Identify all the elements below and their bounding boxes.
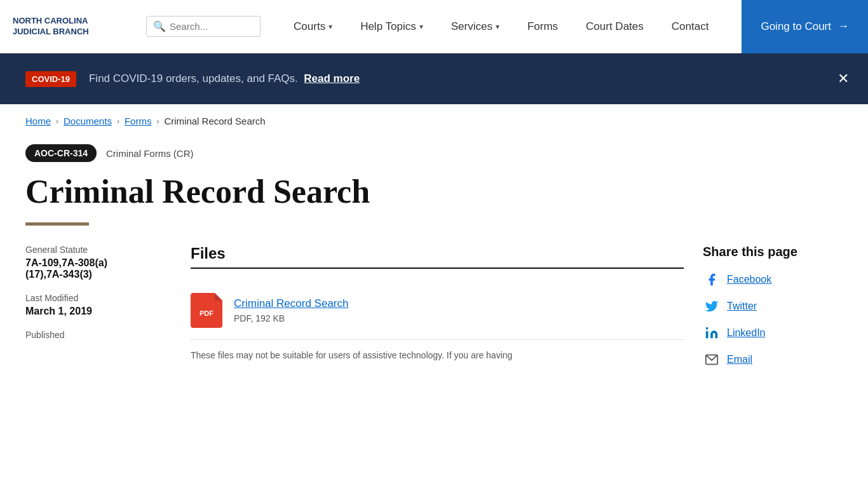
pdf-icon: PDF — [191, 293, 222, 328]
nav-item-contact[interactable]: Contact — [658, 0, 723, 53]
breadcrumb-forms[interactable]: Forms — [125, 116, 152, 126]
share-section: Share this page Facebook — [703, 245, 843, 369]
nav-item-forms[interactable]: Forms — [513, 0, 572, 53]
form-category: Criminal Forms (CR) — [106, 148, 194, 159]
main-nav: Courts ▾ Help Topics ▾ Services ▾ Forms … — [261, 0, 742, 53]
files-section: Files PDF Criminal Record Search PDF, 19… — [191, 245, 684, 369]
site-header: NORTH CAROLINA JUDICIAL BRANCH 🔍 Courts … — [0, 0, 868, 53]
logo-line1: NORTH CAROLINA — [13, 16, 89, 27]
share-linkedin[interactable]: LinkedIn — [703, 324, 843, 342]
main-content: AOC-CR-314 Criminal Forms (CR) Criminal … — [0, 138, 868, 394]
files-divider — [191, 268, 684, 269]
files-heading: Files — [191, 245, 684, 262]
breadcrumb-home[interactable]: Home — [25, 116, 51, 126]
breadcrumb: Home › Documents › Forms › Criminal Reco… — [0, 104, 868, 138]
share-links: Facebook Twitter L — [703, 271, 843, 369]
svg-point-0 — [706, 327, 709, 330]
breadcrumb-documents[interactable]: Documents — [64, 116, 112, 126]
email-icon — [703, 351, 721, 369]
breadcrumb-current: Criminal Record Search — [164, 116, 265, 126]
nav-item-help-topics[interactable]: Help Topics ▾ — [346, 0, 437, 53]
email-label: Email — [727, 354, 752, 365]
twitter-label: Twitter — [727, 301, 757, 312]
breadcrumb-sep3: › — [156, 117, 159, 126]
chevron-down-icon: ▾ — [496, 22, 499, 31]
share-twitter[interactable]: Twitter — [703, 297, 843, 315]
title-divider — [25, 222, 89, 226]
nav-item-courts[interactable]: Courts ▾ — [280, 0, 346, 53]
linkedin-label: LinkedIn — [727, 327, 766, 339]
covid-text: Find COVID-19 orders, updates, and FAQs.… — [89, 72, 360, 85]
last-modified-value: March 1, 2019 — [25, 306, 172, 317]
search-icon: 🔍 — [153, 20, 166, 32]
form-meta: AOC-CR-314 Criminal Forms (CR) — [25, 144, 843, 162]
covid-banner: COVID-19 Find COVID-19 orders, updates, … — [0, 53, 868, 104]
file-info: Criminal Record Search PDF, 192 KB — [234, 297, 348, 324]
breadcrumb-sep1: › — [56, 117, 58, 126]
facebook-icon — [703, 271, 721, 288]
covid-read-more-link[interactable]: Read more — [304, 72, 360, 85]
going-to-court-button[interactable]: Going to Court → — [742, 0, 868, 53]
site-logo: NORTH CAROLINA JUDICIAL BRANCH — [13, 16, 89, 37]
facebook-label: Facebook — [727, 274, 771, 285]
sidebar-meta: General Statute 7A-109,7A-308(a)(17),7A-… — [25, 245, 172, 369]
nav-item-services[interactable]: Services ▾ — [437, 0, 513, 53]
search-area[interactable]: 🔍 — [146, 16, 261, 37]
last-modified-label: Last Modified — [25, 293, 172, 303]
file-download-link[interactable]: Criminal Record Search — [234, 297, 348, 310]
published-label: Published — [25, 330, 172, 340]
logo-line2: JUDICIAL BRANCH — [13, 27, 89, 37]
chevron-down-icon: ▾ — [419, 22, 423, 31]
covid-badge: COVID-19 — [25, 71, 76, 87]
assistive-text: These files may not be suitable for user… — [191, 350, 684, 360]
file-meta: PDF, 192 KB — [234, 313, 285, 323]
linkedin-icon — [703, 324, 721, 342]
twitter-icon — [703, 297, 721, 315]
content-grid: General Statute 7A-109,7A-308(a)(17),7A-… — [25, 245, 843, 369]
arrow-icon: → — [837, 20, 849, 33]
general-statute-label: General Statute — [25, 245, 172, 255]
share-title: Share this page — [703, 245, 843, 259]
file-item: PDF Criminal Record Search PDF, 192 KB — [191, 281, 684, 340]
general-statute-value: 7A-109,7A-308(a)(17),7A-343(3) — [25, 257, 172, 280]
close-banner-button[interactable]: ✕ — [837, 71, 849, 87]
nav-item-court-dates[interactable]: Court Dates — [572, 0, 658, 53]
chevron-down-icon: ▾ — [329, 22, 332, 31]
page-title: Criminal Record Search — [25, 173, 843, 210]
share-facebook[interactable]: Facebook — [703, 271, 843, 288]
form-badge: AOC-CR-314 — [25, 144, 97, 162]
pdf-icon-text: PDF — [200, 309, 214, 317]
share-email[interactable]: Email — [703, 351, 843, 369]
breadcrumb-sep2: › — [117, 117, 119, 126]
search-input[interactable] — [170, 21, 254, 32]
logo-area: NORTH CAROLINA JUDICIAL BRANCH — [0, 16, 140, 37]
